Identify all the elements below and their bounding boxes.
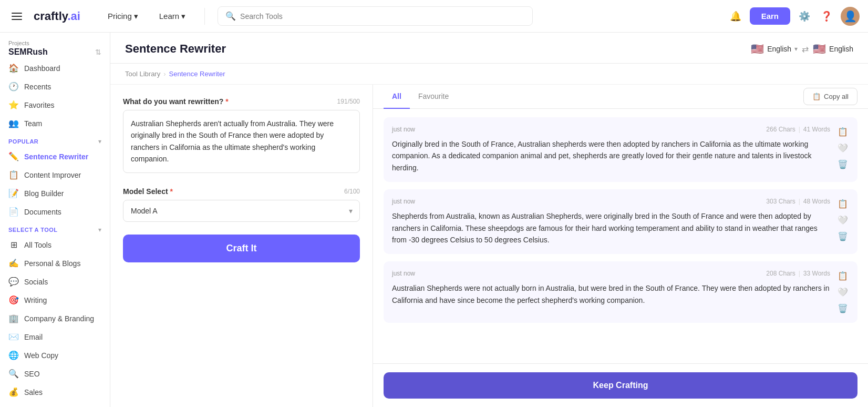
sidebar-item-all-tools[interactable]: ⊞ All Tools [0, 236, 110, 254]
chevron-down-icon: ▾ [134, 12, 138, 21]
sidebar: Projects SEMRush ⇅ 🏠 Dashboard 🕐 Recents… [0, 33, 110, 407]
copy-all-button[interactable]: 📋 Copy all [803, 88, 857, 105]
favorite-result-button[interactable]: 🤍 [836, 142, 849, 154]
sidebar-item-writing[interactable]: 🎯 Writing [0, 291, 110, 309]
team-icon: 👥 [8, 118, 19, 128]
nav-dashboard[interactable]: 🏠 Dashboard [0, 59, 110, 77]
sidebar-item-documents[interactable]: 📄 Documents [0, 202, 110, 221]
result-timestamp: just now [392, 198, 415, 205]
model-select-wrapper: Model A ▾ [123, 200, 360, 222]
result-text: Shepherds from Australia, known as Austr… [392, 210, 830, 246]
result-header: just now 303 Chars | 48 Words [392, 198, 830, 205]
lang-input-label: English [767, 45, 791, 53]
search-input[interactable] [240, 12, 525, 21]
seo-icon: 🔍 [8, 369, 19, 379]
settings-gear-icon[interactable]: ⚙️ [797, 8, 812, 24]
tab-favourite[interactable]: Favourite [410, 85, 457, 109]
collapse-icon[interactable]: ▾ [98, 226, 101, 233]
copy-result-button[interactable]: 📋 [836, 126, 849, 138]
sidebar-item-socials[interactable]: 💬 Socials [0, 272, 110, 291]
lang-output-selector[interactable]: 🇺🇸 English [813, 43, 853, 55]
sidebar-item-label: Socials [24, 278, 48, 286]
nav-recents[interactable]: 🕐 Recents [0, 77, 110, 96]
tab-all[interactable]: All [384, 85, 410, 109]
avatar[interactable]: 👤 [841, 7, 860, 26]
search-bar[interactable]: 🔍 [218, 6, 533, 26]
email-icon: ✉️ [8, 332, 19, 342]
logo-ai: .ai [67, 9, 80, 23]
blog-builder-icon: 📝 [8, 188, 19, 198]
delete-result-button[interactable]: 🗑️ [836, 230, 849, 242]
swap-icon[interactable]: ⇄ [802, 44, 809, 54]
sidebar-item-sales[interactable]: 💰 Sales [0, 383, 110, 401]
result-timestamp: just now [392, 270, 415, 277]
result-words: 41 Words [803, 126, 830, 133]
right-panel: All Favourite 📋 Copy all [373, 85, 868, 407]
earn-button[interactable]: Earn [750, 7, 790, 25]
craft-it-button[interactable]: Craft It [123, 235, 360, 262]
help-circle-icon[interactable]: ❓ [819, 8, 834, 24]
sidebar-item-seo[interactable]: 🔍 SEO [0, 364, 110, 383]
result-actions: 📋 🤍 🗑️ [836, 270, 849, 314]
dashboard-icon: 🏠 [8, 63, 19, 73]
delete-result-button[interactable]: 🗑️ [836, 158, 849, 170]
breadcrumb-library-link[interactable]: Tool Library [125, 70, 160, 78]
lang-output-label: English [829, 45, 853, 53]
web-copy-icon: 🌐 [8, 350, 19, 360]
result-actions: 📋 🤍 🗑️ [836, 126, 849, 174]
copy-all-label: Copy all [824, 93, 849, 100]
sidebar-item-personal-blogs[interactable]: ✍️ Personal & Blogs [0, 254, 110, 272]
nav-pricing-label: Pricing [108, 12, 132, 21]
sidebar-item-content-improver[interactable]: 📋 Content Improver [0, 166, 110, 184]
sidebar-item-label: Documents [24, 208, 61, 216]
notification-bell-icon[interactable]: 🔔 [728, 8, 743, 24]
result-words: 33 Words [803, 270, 830, 277]
model-label: Model Select * [123, 187, 173, 196]
copy-result-button[interactable]: 📋 [836, 270, 849, 282]
delete-result-button[interactable]: 🗑️ [836, 302, 849, 314]
result-card-inner: just now 303 Chars | 48 Words Shepherds … [392, 198, 849, 246]
project-section: Projects SEMRush ⇅ [0, 33, 110, 59]
documents-icon: 📄 [8, 207, 19, 217]
nav-pricing[interactable]: Pricing ▾ [101, 12, 144, 21]
rewrite-input[interactable]: Australian Shepherds aren't actually fro… [123, 110, 360, 173]
sidebar-item-label: Email [24, 333, 43, 341]
model-char-count: 6/100 [344, 188, 360, 195]
sidebar-item-label: Dashboard [24, 64, 60, 73]
app-container: craftly.ai Pricing ▾ Learn ▾ 🔍 🔔 Earn ⚙️… [0, 0, 868, 407]
writing-icon: 🎯 [8, 295, 19, 305]
sidebar-item-company-branding[interactable]: 🏢 Company & Branding [0, 309, 110, 328]
sidebar-item-email[interactable]: ✉️ Email [0, 328, 110, 346]
flag-us-output-icon: 🇺🇸 [813, 43, 826, 55]
result-text: Australian Shepherds were not actually b… [392, 282, 830, 306]
sidebar-item-blog-builder[interactable]: 📝 Blog Builder [0, 184, 110, 202]
lang-input-selector[interactable]: 🇺🇸 English ▾ [751, 43, 798, 55]
model-select[interactable]: Model A [123, 200, 360, 222]
copy-result-button[interactable]: 📋 [836, 198, 849, 210]
collapse-icon[interactable]: ▾ [98, 138, 101, 145]
nav-learn-label: Learn [159, 12, 179, 21]
favorite-result-button[interactable]: 🤍 [836, 214, 849, 226]
left-panel: What do you want rewritten? * 191/500 Au… [110, 85, 373, 407]
recents-icon: 🕐 [8, 82, 19, 91]
required-mark: * [225, 97, 228, 106]
sort-icon[interactable]: ⇅ [95, 48, 101, 56]
content-body: What do you want rewritten? * 191/500 Au… [110, 85, 868, 407]
sales-icon: 💰 [8, 387, 19, 397]
nav-learn[interactable]: Learn ▾ [153, 12, 192, 21]
content-improver-icon: 📋 [8, 170, 19, 180]
result-content: just now 303 Chars | 48 Words Shepherds … [392, 198, 830, 246]
sidebar-item-web-copy[interactable]: 🌐 Web Copy [0, 346, 110, 364]
nav-favorites[interactable]: ⭐ Favorites [0, 96, 110, 114]
sidebar-item-label: SEO [24, 370, 40, 378]
sidebar-item-label: Content Improver [24, 171, 81, 179]
result-words: 48 Words [803, 198, 830, 205]
hamburger-menu[interactable] [8, 9, 25, 23]
select-tool-section-header: SELECT A TOOL ▾ [0, 221, 110, 236]
sidebar-item-sentence-rewriter[interactable]: ✏️ Sentence Rewriter [0, 147, 110, 166]
logo[interactable]: craftly.ai [34, 9, 80, 23]
result-card-inner: just now 266 Chars | 41 Words Originally… [392, 126, 849, 174]
nav-team[interactable]: 👥 Team [0, 114, 110, 133]
favorite-result-button[interactable]: 🤍 [836, 286, 849, 298]
keep-crafting-button[interactable]: Keep Crafting [384, 372, 857, 399]
